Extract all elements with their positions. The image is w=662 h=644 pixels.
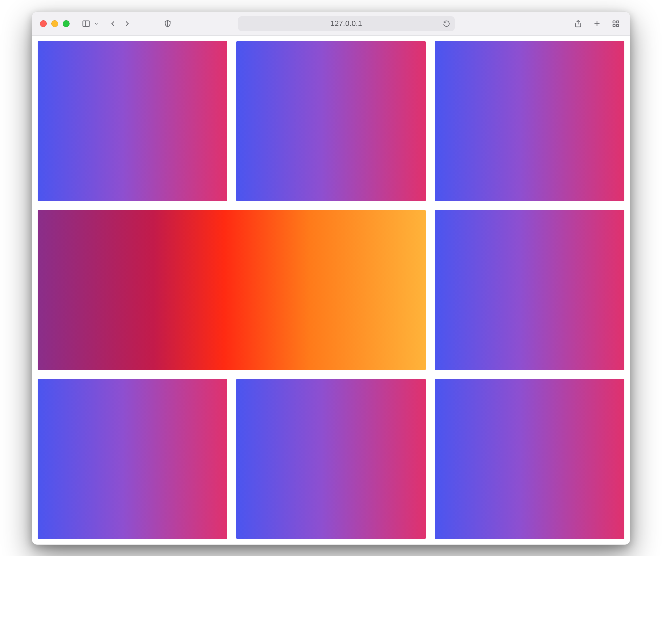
close-window-button[interactable]	[40, 20, 47, 27]
sidebar-toggle-button[interactable]	[80, 17, 92, 30]
privacy-shield-button[interactable]	[161, 17, 174, 30]
window-controls	[40, 20, 70, 27]
grid-tile-4[interactable]	[38, 210, 426, 370]
svg-rect-0	[83, 21, 90, 26]
tile-grid	[38, 41, 624, 539]
address-text: 127.0.0.1	[330, 19, 362, 28]
fullscreen-window-button[interactable]	[63, 20, 70, 27]
sidebar-icon	[82, 19, 90, 28]
plus-icon	[593, 19, 601, 28]
titlebar: 127.0.0.1	[32, 12, 630, 36]
shield-icon	[163, 19, 172, 28]
browser-window: 127.0.0.1	[32, 12, 630, 545]
grid-tile-8[interactable]	[435, 379, 624, 539]
svg-rect-5	[616, 21, 619, 23]
grid-tile-5[interactable]	[435, 210, 624, 370]
svg-rect-7	[616, 24, 619, 26]
page-content	[32, 36, 630, 545]
chevron-down-icon	[94, 21, 99, 26]
forward-button[interactable]	[121, 17, 134, 30]
reload-icon	[443, 20, 450, 27]
share-button[interactable]	[572, 17, 585, 30]
address-bar[interactable]: 127.0.0.1	[238, 16, 455, 31]
minimize-window-button[interactable]	[51, 20, 58, 27]
chevron-right-icon	[123, 19, 132, 28]
tab-overview-button[interactable]	[610, 17, 622, 30]
tab-groups-dropdown[interactable]	[93, 17, 100, 30]
reload-button[interactable]	[443, 20, 450, 27]
share-icon	[574, 19, 583, 28]
back-button[interactable]	[107, 17, 119, 30]
svg-rect-4	[613, 21, 615, 23]
chevron-left-icon	[109, 19, 117, 28]
new-tab-button[interactable]	[591, 17, 603, 30]
svg-rect-6	[613, 24, 615, 26]
grid-tile-2[interactable]	[236, 41, 426, 201]
grid-tile-6[interactable]	[38, 379, 227, 539]
grid-tile-7[interactable]	[236, 379, 426, 539]
grid-tile-3[interactable]	[435, 41, 624, 201]
grid-icon	[612, 19, 620, 28]
grid-tile-1[interactable]	[38, 41, 227, 201]
